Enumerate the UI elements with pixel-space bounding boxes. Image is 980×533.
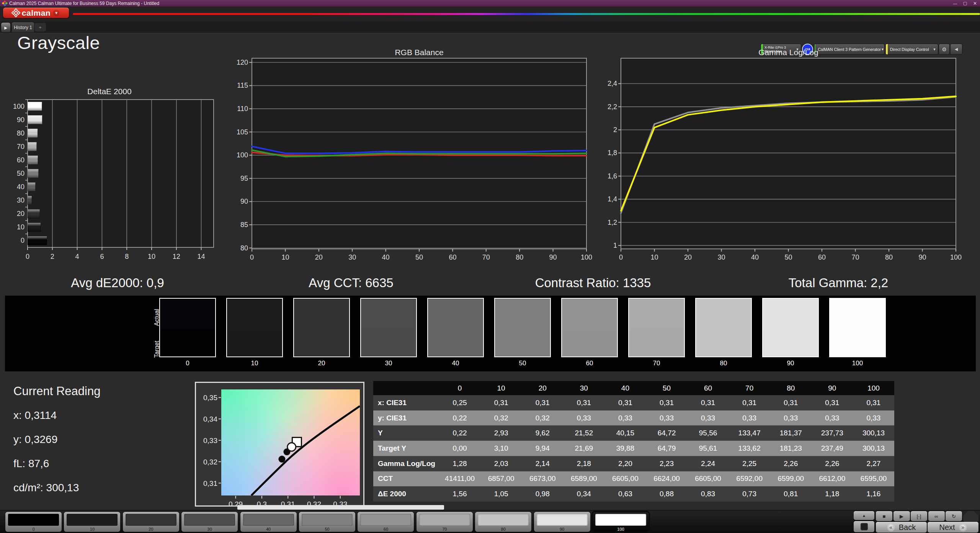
next-button[interactable]: Next » xyxy=(928,522,978,533)
calman-app: Calman 2025 Calman Ultimate for Business… xyxy=(0,0,980,533)
table-cell: 0,31 xyxy=(853,395,894,410)
table-cell: 2,25 xyxy=(729,456,770,471)
svg-text:40: 40 xyxy=(17,183,24,191)
table-cell: 6589,00 xyxy=(563,471,604,487)
scroll-up-button[interactable]: ▲ xyxy=(854,511,874,520)
table-cell: 0,25 xyxy=(439,395,480,410)
table-column-header: 20 xyxy=(522,381,563,395)
back-button[interactable]: « Back xyxy=(876,522,927,533)
pattern-button-10[interactable]: 10 xyxy=(64,512,120,532)
svg-text:0,32: 0,32 xyxy=(203,458,217,466)
swatch-target-half xyxy=(160,329,215,356)
swatch-target-half xyxy=(763,329,818,356)
swatch-level-label: 80 xyxy=(694,360,753,367)
pattern-button-0[interactable]: 0 xyxy=(5,512,62,532)
table-cell: 0,33 xyxy=(604,410,646,426)
table-cell: 133,47 xyxy=(729,425,770,441)
single-measure-button[interactable]: [-] xyxy=(911,511,927,521)
add-tab-button[interactable]: + xyxy=(34,23,46,31)
svg-text:1,4: 1,4 xyxy=(608,195,617,203)
maximize-icon[interactable]: ▢ xyxy=(960,0,970,7)
swatch-actual-half xyxy=(629,299,684,329)
svg-text:50: 50 xyxy=(784,253,792,261)
minimize-icon[interactable]: — xyxy=(950,0,960,7)
table-cell: 0,31 xyxy=(480,395,522,410)
svg-text:2: 2 xyxy=(51,253,54,260)
table-cell: 1,18 xyxy=(812,486,853,502)
calman-diamond-icon xyxy=(11,8,20,17)
table-cell: 2,20 xyxy=(604,456,646,471)
calman-logo-label: calman xyxy=(22,8,51,18)
swatch-level-label: 90 xyxy=(761,360,820,367)
svg-text:50: 50 xyxy=(415,253,423,261)
svg-text:30: 30 xyxy=(17,196,24,204)
swatch-actual-half xyxy=(361,299,416,329)
table-cell: 6612,00 xyxy=(812,471,853,487)
svg-text:0,34: 0,34 xyxy=(203,415,217,423)
stop-button[interactable]: ■ xyxy=(876,511,892,521)
reading-cdm2: cd/m²: 300,13 xyxy=(13,482,79,494)
nav-arrow-button[interactable]: ▶ xyxy=(1,22,11,33)
chart-rgb-balance: 8085909510010511011512001020304050607080… xyxy=(230,48,593,265)
pattern-swatch xyxy=(184,514,235,526)
svg-text:0,3: 0,3 xyxy=(257,500,267,505)
pattern-button-40[interactable]: 40 xyxy=(240,512,297,532)
pattern-button-30[interactable]: 30 xyxy=(181,512,238,532)
stat-avg-cct: Avg CCT: 6635 xyxy=(229,276,474,293)
table-cell: 0,31 xyxy=(522,395,563,410)
stat-contrast-ratio: Contrast Ratio: 1335 xyxy=(470,276,715,293)
svg-text:30: 30 xyxy=(717,253,725,261)
pattern-button-60[interactable]: 60 xyxy=(358,512,414,532)
app-diamond-icon xyxy=(2,0,8,7)
pattern-button-80[interactable]: 80 xyxy=(475,512,531,532)
pattern-button-100[interactable]: 100 xyxy=(593,512,649,532)
table-cell: 6857,00 xyxy=(480,471,522,487)
swatch-actual-half xyxy=(428,299,483,329)
grayscale-swatch xyxy=(159,298,216,357)
pattern-window-strip xyxy=(237,505,444,510)
table-cell: 237,73 xyxy=(812,425,853,441)
table-cell: 300,13 xyxy=(853,441,894,456)
chart-deltae2000: 024681012141009080706050403020100DeltaE … xyxy=(3,85,226,264)
grayscale-swatch xyxy=(226,298,283,357)
pattern-button-90[interactable]: 90 xyxy=(534,512,590,532)
pattern-button-20[interactable]: 20 xyxy=(123,512,179,532)
table-cell: 6599,00 xyxy=(770,471,812,487)
svg-text:8: 8 xyxy=(125,253,129,260)
table-row-label: Y xyxy=(373,425,439,441)
pattern-swatch xyxy=(302,514,353,526)
svg-text:20: 20 xyxy=(17,210,24,217)
table-cell: 3,10 xyxy=(480,441,522,456)
swatch-level-label: 30 xyxy=(359,360,418,367)
svg-text:100: 100 xyxy=(13,103,24,110)
loop-button[interactable]: ↻ xyxy=(946,511,962,521)
svg-text:1,2: 1,2 xyxy=(608,219,617,226)
table-cell: 6605,00 xyxy=(688,471,729,487)
svg-text:4: 4 xyxy=(75,253,79,260)
table-cell: 300,13 xyxy=(853,425,894,441)
table-column-header: 60 xyxy=(688,381,729,395)
table-cell: 0,83 xyxy=(688,486,729,502)
swatch-target-half xyxy=(830,329,885,356)
svg-text:10: 10 xyxy=(17,223,24,231)
table-cell: 0,33 xyxy=(688,410,729,426)
swatch-target-half xyxy=(227,329,282,356)
svg-text:60: 60 xyxy=(818,253,826,261)
rainbow-divider xyxy=(73,13,980,15)
table-cell: 0,34 xyxy=(563,486,604,502)
play-button[interactable]: ▶ xyxy=(893,511,910,521)
svg-text:100: 100 xyxy=(237,151,248,159)
history-point xyxy=(278,456,285,463)
pattern-swatch xyxy=(126,514,176,526)
pattern-swatch xyxy=(360,514,411,526)
calman-menu-button[interactable]: calman ▼ xyxy=(3,8,69,18)
pattern-button-50[interactable]: 50 xyxy=(299,512,355,532)
pattern-label: 40 xyxy=(240,527,297,531)
svg-text:30: 30 xyxy=(348,253,356,261)
close-icon[interactable]: ✕ xyxy=(970,0,980,7)
pattern-window-button[interactable] xyxy=(854,521,874,532)
continuous-measure-button[interactable]: ∞ xyxy=(928,511,945,521)
tab-history-1[interactable]: History 1 xyxy=(11,22,34,33)
pattern-button-70[interactable]: 70 xyxy=(416,512,473,532)
table-cell: 0,88 xyxy=(646,486,687,502)
